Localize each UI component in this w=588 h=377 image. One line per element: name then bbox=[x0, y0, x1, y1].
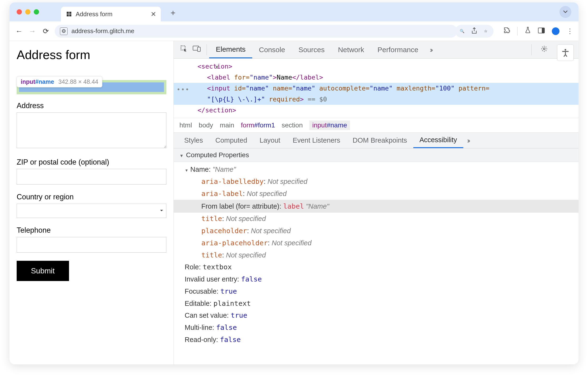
browser-tab[interactable]: Address form ✕ bbox=[61, 7, 161, 22]
window-close[interactable] bbox=[17, 9, 22, 14]
a11y-title2: title: Not specified bbox=[174, 249, 578, 261]
address-label: Address bbox=[17, 101, 166, 110]
dom-selected-input[interactable]: ••• <input id="name" name="name" autocom… bbox=[174, 83, 578, 105]
panel-icon[interactable] bbox=[538, 27, 545, 35]
country-select[interactable] bbox=[17, 204, 166, 218]
devtools-pane: Elements Console Sources Network Perform… bbox=[174, 41, 578, 364]
zip-label: ZIP or postal code (optional) bbox=[17, 158, 166, 166]
address-bar: ← → ⟳ ⚙ address-form.glitch.me 🔍 ☆ bbox=[10, 22, 578, 41]
svg-rect-1 bbox=[542, 28, 544, 33]
reload-button[interactable]: ⟳ bbox=[41, 27, 50, 35]
svg-rect-5 bbox=[197, 47, 200, 51]
bc-body[interactable]: body bbox=[199, 121, 213, 129]
profile-avatar[interactable] bbox=[552, 27, 559, 35]
inspect-icon[interactable] bbox=[180, 45, 188, 54]
bookmark-star-icon[interactable]: ☆ bbox=[484, 29, 487, 33]
url-text: address-form.glitch.me bbox=[71, 27, 134, 35]
submit-button[interactable]: Submit bbox=[17, 261, 69, 281]
devtools-tabs: Elements Console Sources Network Perform… bbox=[174, 41, 578, 59]
device-toolbar-icon[interactable] bbox=[193, 45, 201, 54]
window-minimize[interactable] bbox=[25, 9, 31, 14]
dom-section-open: <section> bbox=[197, 63, 232, 70]
svg-point-2 bbox=[565, 49, 566, 51]
accessibility-overlay-icon[interactable] bbox=[557, 44, 574, 61]
a11y-role: Role: textbox bbox=[174, 261, 578, 273]
bc-section[interactable]: section bbox=[282, 121, 303, 129]
zip-input[interactable] bbox=[17, 169, 166, 185]
subtab-event-listeners[interactable]: Event Listeners bbox=[286, 133, 347, 148]
dom-section-close: </section> bbox=[197, 106, 236, 114]
toolbar-icons: ⋮ bbox=[504, 27, 573, 35]
subtabs-overflow-icon[interactable]: ›› bbox=[467, 136, 469, 145]
bc-form[interactable]: form#form1 bbox=[241, 121, 275, 129]
url-box[interactable]: ⚙ address-form.glitch.me bbox=[55, 25, 457, 38]
tab-elements[interactable]: Elements bbox=[209, 41, 252, 58]
traffic-lights bbox=[17, 9, 39, 14]
a11y-title: title: Not specified bbox=[174, 213, 578, 225]
a11y-invalid: Invalid user entry: false bbox=[174, 273, 578, 285]
tab-title: Address form bbox=[76, 11, 113, 18]
subtab-layout[interactable]: Layout bbox=[253, 133, 286, 148]
window-zoom[interactable] bbox=[34, 9, 39, 14]
url-actions: 🔍 ☆ bbox=[455, 25, 494, 38]
address-textarea[interactable] bbox=[17, 112, 166, 148]
subtab-accessibility[interactable]: Accessibility bbox=[413, 133, 463, 148]
devtools-subtabs: Styles Computed Layout Event Listeners D… bbox=[174, 133, 578, 148]
page-pane: Address form input#name 342.88 × 48.44 A… bbox=[10, 41, 174, 364]
dom-actions-icon[interactable]: ••• bbox=[177, 84, 190, 95]
zip-group: ZIP or postal code (optional) bbox=[17, 158, 166, 185]
tab-overflow-button[interactable] bbox=[559, 6, 571, 18]
subtab-styles[interactable]: Styles bbox=[178, 133, 209, 148]
telephone-input[interactable] bbox=[17, 237, 166, 253]
tab-close-icon[interactable]: ✕ bbox=[151, 10, 156, 18]
tooltip-id: #name bbox=[35, 78, 54, 85]
tooltip-tag: input bbox=[21, 78, 35, 85]
labs-icon[interactable] bbox=[525, 27, 531, 35]
a11y-name-row[interactable]: Name: "Name" bbox=[174, 163, 578, 176]
inspect-tooltip: input#name 342.88 × 48.44 bbox=[17, 76, 102, 87]
tab-network[interactable]: Network bbox=[331, 41, 371, 58]
tab-strip: Address form ✕ ＋ bbox=[10, 2, 578, 22]
accessibility-panel: Name: "Name" aria-labelledby: Not specif… bbox=[174, 162, 578, 350]
page-title: Address form bbox=[17, 48, 166, 62]
back-button[interactable]: ← bbox=[15, 27, 23, 35]
a11y-multiline: Multi-line: false bbox=[174, 321, 578, 334]
extensions-icon[interactable] bbox=[504, 27, 510, 35]
favicon-icon bbox=[66, 11, 72, 17]
a11y-readonly: Read-only: false bbox=[174, 334, 578, 346]
computed-properties-header[interactable]: Computed Properties bbox=[174, 148, 578, 162]
bc-input[interactable]: input#name bbox=[309, 120, 350, 130]
tabs-overflow-icon[interactable]: ›› bbox=[430, 46, 432, 54]
subtab-computed[interactable]: Computed bbox=[209, 133, 253, 148]
share-icon[interactable] bbox=[471, 27, 477, 35]
a11y-aria-labelledby: aria-labelledby: Not specified bbox=[174, 176, 578, 188]
a11y-editable: Editable: plaintext bbox=[174, 297, 578, 310]
a11y-aria-label: aria-label: Not specified bbox=[174, 188, 578, 200]
site-settings-icon[interactable]: ⚙ bbox=[60, 27, 68, 35]
tooltip-dims: 342.88 × 48.44 bbox=[58, 78, 98, 85]
address-group: Address bbox=[17, 101, 166, 150]
bc-html[interactable]: html bbox=[180, 121, 192, 129]
zoom-icon[interactable]: 🔍 bbox=[460, 29, 464, 33]
a11y-from-label: From label (for= attribute): label "Name… bbox=[174, 200, 578, 213]
country-group: Country or region bbox=[17, 193, 166, 218]
telephone-group: Telephone bbox=[17, 226, 166, 253]
country-label: Country or region bbox=[17, 193, 166, 201]
dom-breadcrumb[interactable]: html body main form#form1 section input#… bbox=[174, 118, 578, 133]
content-area: Address form input#name 342.88 × 48.44 A… bbox=[10, 41, 578, 364]
menu-icon[interactable]: ⋮ bbox=[566, 27, 573, 35]
subtab-dom-breakpoints[interactable]: DOM Breakpoints bbox=[347, 133, 413, 148]
bc-main[interactable]: main bbox=[220, 121, 234, 129]
tab-performance[interactable]: Performance bbox=[371, 41, 425, 58]
a11y-focusable: Focusable: true bbox=[174, 285, 578, 297]
dom-tree[interactable]: <section> <label for="name">Name</label>… bbox=[174, 59, 578, 118]
new-tab-button[interactable]: ＋ bbox=[166, 6, 180, 20]
tab-sources[interactable]: Sources bbox=[292, 41, 331, 58]
divider bbox=[517, 27, 518, 35]
forward-button[interactable]: → bbox=[28, 27, 37, 35]
a11y-aria-placeholder: aria-placeholder: Not specified bbox=[174, 237, 578, 249]
a11y-placeholder: placeholder: Not specified bbox=[174, 225, 578, 237]
settings-gear-icon[interactable] bbox=[541, 45, 548, 54]
a11y-cansetvalue: Can set value: true bbox=[174, 309, 578, 321]
tab-console[interactable]: Console bbox=[252, 41, 292, 58]
